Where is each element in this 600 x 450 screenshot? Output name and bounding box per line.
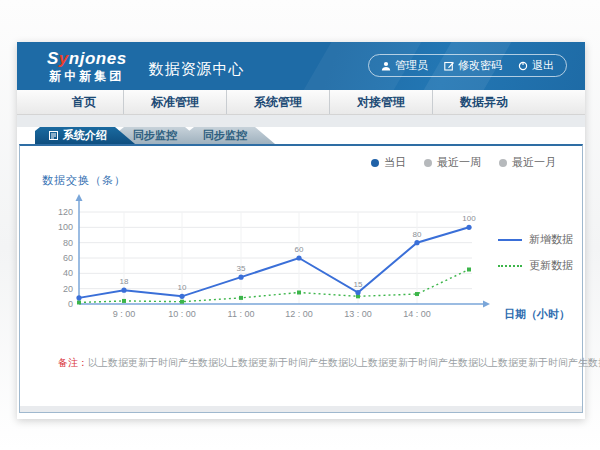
line-chart: 0204060801001209 : 0010 : 0011 : 0012 : … [40,192,510,332]
svg-text:100: 100 [462,214,476,223]
svg-text:10: 10 [178,283,187,292]
svg-text:0: 0 [68,299,73,309]
footnote-text: 以上数据更新于时间产生数据以上数据更新于时间产生数据以上数据更新于时间产生数据以… [88,357,600,368]
spacer-band [17,115,585,127]
svg-text:40: 40 [63,268,73,278]
radio-dot-icon [424,159,432,167]
svg-text:20: 20 [63,284,73,294]
range-last-month[interactable]: 最近一月 [499,155,556,170]
company-logo: Synjones 新中新集团 [47,50,127,82]
power-icon [518,61,528,71]
svg-text:12 : 00: 12 : 00 [285,309,313,319]
legend-item: 新增数据 [498,232,573,247]
svg-text:80: 80 [63,238,73,248]
y-axis-title: 数据交换（条） [42,173,126,188]
x-axis-title: 日期（小时） [504,307,570,322]
range-today[interactable]: 当日 [371,155,406,170]
nav-item-interface-mgmt[interactable]: 对接管理 [329,90,432,114]
user-toolbar: 管理员修改密码退出 [368,54,567,77]
svg-text:15: 15 [354,280,363,289]
svg-text:60: 60 [63,253,73,263]
svg-text:80: 80 [413,230,422,239]
svg-text:35: 35 [237,264,246,273]
app-header: Synjones 新中新集团 数据资源中心 管理员修改密码退出 [17,42,585,90]
radio-label: 最近一周 [437,155,481,170]
change-password-button[interactable]: 修改密码 [444,58,502,73]
tab-system-intro[interactable]: 系统介绍 [35,127,135,144]
footnote: 备注：以上数据更新于时间产生数据以上数据更新于时间产生数据以上数据更新于时间产生… [58,356,600,370]
svg-text:60: 60 [295,245,304,254]
tab-bar: 系统介绍同步监控同步监控 [35,127,585,144]
time-range-selector: 当日最近一周最近一月 [371,155,556,170]
user-item-label: 管理员 [395,58,428,73]
tab-label: 系统介绍 [63,127,107,144]
nav-item-data-change[interactable]: 数据异动 [432,90,535,114]
footer-strip [20,406,582,412]
edit-icon [444,61,454,71]
content-panel: 当日最近一周最近一月 数据交换（条） 0204060801001209 : 00… [19,144,583,413]
user-item-label: 修改密码 [458,58,502,73]
radio-dot-icon [371,159,379,167]
legend-swatch-solid-line [498,239,522,241]
range-last-week[interactable]: 最近一周 [424,155,481,170]
logo-wordmark: Synjones [47,50,127,67]
user-icon [381,61,391,71]
svg-text:14 : 00: 14 : 00 [403,309,431,319]
admin-button[interactable]: 管理员 [381,58,428,73]
svg-text:120: 120 [58,207,73,217]
chart-legend: 新增数据更新数据 [498,232,573,273]
svg-text:10 : 00: 10 : 00 [168,309,196,319]
document-icon [49,131,58,140]
tab-label: 同步监控 [203,127,247,144]
user-item-label: 退出 [532,58,554,73]
app-window: Synjones 新中新集团 数据资源中心 管理员修改密码退出 首页标准管理系统… [17,42,585,419]
logo-company-name: 新中新集团 [47,70,127,82]
page-title: 数据资源中心 [149,60,245,79]
legend-swatch-dotted-line [498,265,522,267]
svg-text:18: 18 [120,277,129,286]
svg-text:13 : 00: 13 : 00 [344,309,372,319]
footnote-label: 备注： [58,357,88,368]
radio-dot-icon [499,159,507,167]
nav-item-home[interactable]: 首页 [45,90,123,114]
legend-item: 更新数据 [498,258,573,273]
radio-label: 当日 [384,155,406,170]
legend-label: 新增数据 [529,232,573,247]
svg-text:9 : 00: 9 : 00 [113,309,136,319]
svg-text:11 : 00: 11 : 00 [228,309,255,319]
nav-item-system-mgmt[interactable]: 系统管理 [226,90,329,114]
legend-label: 更新数据 [529,258,573,273]
tab-label: 同步监控 [133,127,177,144]
svg-text:100: 100 [58,222,73,232]
main-navigation: 首页标准管理系统管理对接管理数据异动 [17,90,585,115]
radio-label: 最近一月 [512,155,556,170]
nav-item-standard-mgmt[interactable]: 标准管理 [123,90,226,114]
logout-button[interactable]: 退出 [518,58,554,73]
